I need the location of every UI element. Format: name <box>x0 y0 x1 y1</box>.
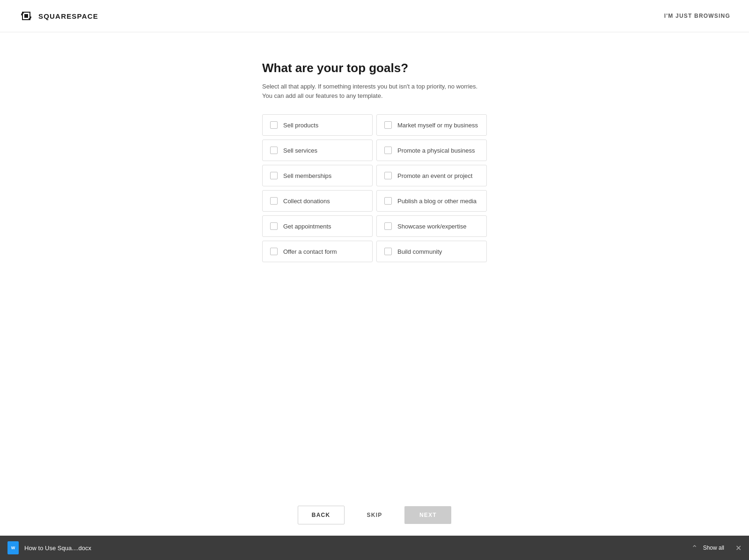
goal-label-market-myself: Market myself or my business <box>397 122 478 129</box>
file-type-icon: W <box>7 541 19 554</box>
goal-label-promote-physical: Promote a physical business <box>397 147 475 154</box>
download-bar: W How to Use Squa....docx ⌃ Show all ✕ <box>0 536 749 560</box>
download-filename: How to Use Squa....docx <box>24 545 686 552</box>
checkbox-get-appointments <box>270 222 278 230</box>
main-content: What are your top goals? Select all that… <box>0 0 749 494</box>
goal-label-showcase-work: Showcase work/expertise <box>397 223 466 230</box>
checkbox-sell-memberships <box>270 172 278 179</box>
checkbox-sell-services <box>270 147 278 154</box>
logo-text: SQUARESPACE <box>38 12 98 20</box>
page-subtitle: Select all that apply. If something inte… <box>262 82 487 100</box>
page-title: What are your top goals? <box>262 61 487 75</box>
goal-get-appointments[interactable]: Get appointments <box>262 215 373 237</box>
download-actions: Show all ✕ <box>703 544 742 553</box>
next-button: NEXT <box>404 506 451 524</box>
goal-promote-physical[interactable]: Promote a physical business <box>376 140 487 161</box>
goal-label-promote-event: Promote an event or project <box>397 172 472 179</box>
goal-label-sell-services: Sell services <box>283 147 317 154</box>
checkbox-collect-donations <box>270 197 278 205</box>
goal-offer-contact[interactable]: Offer a contact form <box>262 241 373 262</box>
goal-label-get-appointments: Get appointments <box>283 223 331 230</box>
show-all-link[interactable]: Show all <box>703 545 724 551</box>
goals-grid: Sell products Market myself or my busine… <box>262 114 487 262</box>
goal-label-sell-products: Sell products <box>283 122 318 129</box>
squarespace-logo-icon <box>19 8 34 23</box>
goal-build-community[interactable]: Build community <box>376 241 487 262</box>
goal-publish-blog[interactable]: Publish a blog or other media <box>376 190 487 212</box>
goal-showcase-work[interactable]: Showcase work/expertise <box>376 215 487 237</box>
goal-label-build-community: Build community <box>397 248 442 255</box>
goal-collect-donations[interactable]: Collect donations <box>262 190 373 212</box>
form-container: What are your top goals? Select all that… <box>262 37 487 281</box>
goal-label-publish-blog: Publish a blog or other media <box>397 198 477 205</box>
checkbox-promote-physical <box>384 147 392 154</box>
goal-promote-event[interactable]: Promote an event or project <box>376 165 487 186</box>
goal-label-sell-memberships: Sell memberships <box>283 172 331 179</box>
goal-label-collect-donations: Collect donations <box>283 198 330 205</box>
checkbox-build-community <box>384 248 392 255</box>
bottom-bar: BACK SKIP NEXT <box>0 498 749 532</box>
goal-sell-services[interactable]: Sell services <box>262 140 373 161</box>
header: SQUARESPACE I'M JUST BROWSING <box>0 0 749 32</box>
checkbox-publish-blog <box>384 197 392 205</box>
chevron-up-icon[interactable]: ⌃ <box>691 544 698 553</box>
back-button[interactable]: BACK <box>298 506 345 524</box>
just-browsing-link[interactable]: I'M JUST BROWSING <box>664 13 730 19</box>
skip-button[interactable]: SKIP <box>354 506 396 524</box>
checkbox-showcase-work <box>384 222 392 230</box>
logo-area: SQUARESPACE <box>19 8 98 23</box>
checkbox-promote-event <box>384 172 392 179</box>
checkbox-market-myself <box>384 121 392 129</box>
close-download-icon[interactable]: ✕ <box>735 544 742 553</box>
checkbox-sell-products <box>270 121 278 129</box>
goal-label-offer-contact: Offer a contact form <box>283 248 337 255</box>
checkbox-offer-contact <box>270 248 278 255</box>
goal-market-myself[interactable]: Market myself or my business <box>376 114 487 136</box>
goal-sell-memberships[interactable]: Sell memberships <box>262 165 373 186</box>
goal-sell-products[interactable]: Sell products <box>262 114 373 136</box>
